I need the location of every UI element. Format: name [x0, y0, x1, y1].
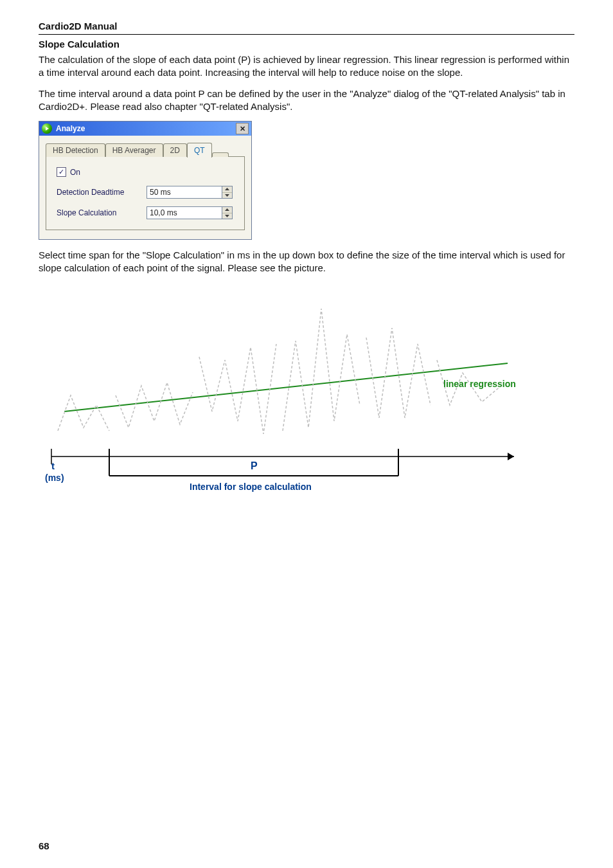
spinner-down-icon[interactable] [222, 213, 232, 219]
header-separator [39, 34, 574, 35]
on-checkbox-label: On [70, 168, 80, 177]
analyze-dialog: Analyze ✕ HB Detection HB Averager 2D QT… [39, 121, 252, 240]
dialog-app-icon [42, 123, 52, 134]
svg-line-9 [64, 363, 508, 411]
svg-marker-3 [225, 215, 229, 217]
dialog-titlebar[interactable]: Analyze ✕ [39, 122, 251, 136]
diagram-caption: Interval for slope calculation [190, 482, 312, 492]
tab-qt[interactable]: QT [187, 143, 212, 158]
dialog-title: Analyze [56, 124, 232, 133]
tab-hb-averager[interactable]: HB Averager [105, 143, 163, 157]
svg-marker-2 [225, 208, 229, 211]
diagram-linreg-label: linear regression [443, 379, 516, 389]
svg-marker-0 [225, 188, 229, 190]
detection-deadtime-row: Detection Deadtime 50 ms [57, 186, 234, 199]
tab-panel-qt: ✓ On Detection Deadtime 50 ms [46, 156, 245, 230]
diagram-p-label: P [251, 460, 258, 471]
spinner-down-icon[interactable] [222, 193, 232, 199]
page-number: 68 [39, 840, 49, 851]
tab-empty [212, 152, 229, 157]
paragraph-3: Select time span for the "Slope Calculat… [39, 249, 574, 275]
spinner-up-icon[interactable] [222, 207, 232, 213]
section-title: Slope Calculation [39, 39, 574, 50]
spinner-up-icon[interactable] [222, 186, 232, 193]
slope-calculation-spinner[interactable]: 10,0 ms [147, 206, 233, 219]
slope-calculation-value[interactable]: 10,0 ms [147, 206, 222, 219]
svg-marker-1 [225, 194, 229, 197]
paragraph-2: The time interval around a data point P … [39, 87, 574, 114]
tab-2d[interactable]: 2D [163, 143, 187, 157]
paragraph-1: The calculation of the slope of each dat… [39, 53, 574, 80]
slope-calculation-label: Slope Calculation [57, 208, 147, 217]
page-header: Cardio2D Manual [39, 21, 574, 33]
diagram-unit-label: (ms) [45, 473, 64, 483]
on-checkbox-row: ✓ On [57, 167, 234, 177]
slope-diagram: t (ms) P linear regression Interval for … [39, 283, 527, 498]
diagram-t-label: t [51, 460, 55, 471]
tabbar: HB Detection HB Averager 2D QT [46, 142, 245, 157]
tab-hb-detection[interactable]: HB Detection [46, 143, 105, 157]
detection-deadtime-value[interactable]: 50 ms [147, 186, 222, 199]
slope-calculation-row: Slope Calculation 10,0 ms [57, 206, 234, 219]
close-icon[interactable]: ✕ [236, 123, 249, 134]
detection-deadtime-spinner[interactable]: 50 ms [147, 186, 233, 199]
dialog-body: HB Detection HB Averager 2D QT ✓ On Dete… [39, 136, 251, 239]
on-checkbox[interactable]: ✓ [57, 167, 66, 177]
detection-deadtime-label: Detection Deadtime [57, 188, 147, 197]
